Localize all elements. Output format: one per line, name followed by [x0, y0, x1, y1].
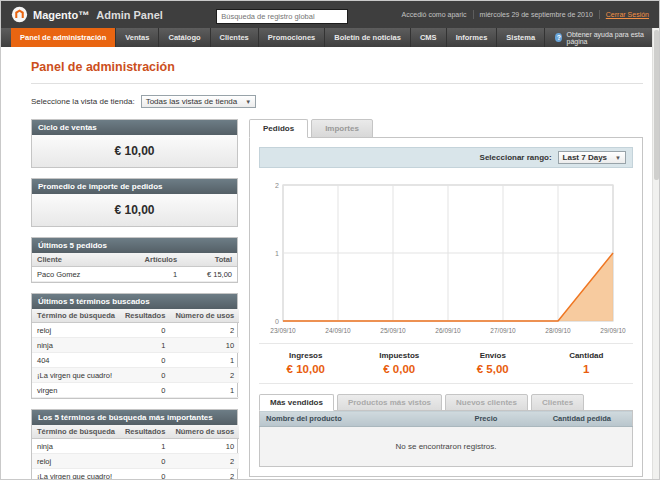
logout-link[interactable]: Cerrar Sesión: [606, 11, 649, 18]
stat-value: € 10,00: [259, 363, 353, 375]
products-grid: Nombre del producto Precio Cantidad pedi…: [259, 410, 633, 467]
column-header: Resultados: [120, 425, 170, 439]
nav-item-ventas[interactable]: Ventas: [116, 28, 159, 47]
tab-nuevos-clientes[interactable]: Nuevos clientes: [445, 394, 528, 411]
top-search-table: Término de búsqueda Resultados Número de…: [32, 425, 239, 480]
orders-area-chart: 01223/09/1024/09/1025/09/1026/09/1027/09…: [259, 177, 637, 337]
table-row[interactable]: ¡La virgen que cuadro! 0 2: [32, 368, 239, 383]
chevron-down-icon: ▼: [615, 155, 621, 161]
store-view-select[interactable]: Todas las vistas de tienda ▼: [141, 95, 257, 108]
cell-uses: 10: [170, 338, 239, 353]
table-row[interactable]: 404 0 1: [32, 353, 239, 368]
cell-term: ¡La virgen que cuadro!: [32, 469, 120, 480]
divider: [473, 10, 474, 19]
table-row[interactable]: Paco Gomez 1 € 15,00: [32, 267, 237, 282]
cell-uses: 2: [170, 469, 239, 480]
column-header: Término de búsqueda: [32, 425, 120, 439]
nav-item-cms[interactable]: CMS: [411, 28, 447, 47]
cell-uses: 1: [170, 353, 239, 368]
column-header: Número de usos: [170, 309, 239, 323]
dashboard-content: Panel de administración Seleccione la vi…: [1, 47, 659, 480]
average-orders-value: € 10,00: [32, 194, 237, 226]
cell-term: reloj: [32, 323, 120, 338]
column-header: Nombre del producto: [260, 411, 469, 427]
brand-name: Magento™: [33, 9, 89, 21]
stat-cantidad: Cantidad 1: [540, 351, 634, 375]
last-search-table: Término de búsqueda Resultados Número de…: [32, 309, 239, 398]
range-label: Seleccionar rango:: [480, 153, 552, 162]
magento-logo-icon: [11, 6, 28, 23]
help-icon: ?: [555, 33, 562, 42]
lifetime-sales-value: € 10,00: [32, 135, 237, 167]
cell-term: ninja: [32, 338, 120, 353]
tab-mas-vendidos[interactable]: Más vendidos: [259, 394, 334, 411]
totals-row: Ingresos € 10,00 Impuestos € 0,00 Envíos…: [259, 343, 633, 384]
cell-results: 1: [120, 338, 170, 353]
tab-importes[interactable]: Importes: [311, 119, 373, 138]
nav-item-promociones[interactable]: Promociones: [259, 28, 326, 47]
cell-results: 0: [120, 368, 170, 383]
main-nav: Panel de administración Ventas Catálogo …: [1, 28, 659, 47]
range-row: Seleccionar rango: Last 7 Days ▼: [259, 147, 633, 168]
average-orders-card: Promedio de importe de pedidos € 10,00: [31, 178, 238, 227]
tab-pedidos[interactable]: Pedidos: [249, 119, 308, 138]
svg-text:27/09/10: 27/09/10: [490, 327, 516, 334]
magento-admin-window: Magento™ Admin Panel Accedió como aparic…: [0, 0, 660, 480]
nav-item-clientes[interactable]: Clientes: [211, 28, 259, 47]
svg-text:28/09/10: 28/09/10: [545, 327, 571, 334]
cell-term: reloj: [32, 454, 120, 469]
top-bar: Magento™ Admin Panel Accedió como aparic…: [1, 1, 659, 28]
cell-uses: 10: [170, 439, 239, 454]
svg-text:29/09/10: 29/09/10: [600, 327, 626, 334]
empty-message: No se encontraron registros.: [260, 427, 633, 467]
nav-item-boletin[interactable]: Boletín de noticias: [325, 28, 411, 47]
nav-item-dashboard[interactable]: Panel de administración: [11, 28, 116, 47]
current-date: miércoles 29 de septiembre de 2010: [480, 11, 593, 18]
svg-text:25/09/10: 25/09/10: [380, 327, 406, 334]
help-link[interactable]: ? Obtener ayuda para esta página: [545, 28, 659, 47]
cell-customer: Paco Gomez: [32, 267, 116, 282]
search-input[interactable]: [216, 9, 348, 24]
table-row[interactable]: ninja 1 10: [32, 439, 239, 454]
stat-label: Cantidad: [540, 351, 634, 360]
vertical-scrollbar[interactable]: [652, 28, 659, 479]
page-title: Panel de administración: [31, 60, 643, 74]
table-row[interactable]: virgen 0 1: [32, 383, 239, 398]
range-select[interactable]: Last 7 Days ▼: [558, 151, 626, 164]
cell-results: 1: [120, 439, 170, 454]
session-info: Accedió como aparic miércoles 29 de sept…: [402, 10, 649, 19]
chevron-down-icon: ▼: [245, 99, 251, 105]
scrollbar-thumb[interactable]: [654, 30, 659, 180]
column-header: Número de usos: [170, 425, 239, 439]
stat-value: € 5,00: [446, 363, 540, 375]
range-value: Last 7 Days: [563, 153, 607, 162]
last-search-card: Últimos 5 términos buscados Término de b…: [31, 293, 238, 399]
nav-item-informes[interactable]: Informes: [447, 28, 498, 47]
table-row[interactable]: reloj 0 2: [32, 323, 239, 338]
tab-productos-mas-vistos[interactable]: Productos más vistos: [337, 394, 442, 411]
dashboard-main-panel: Pedidos Importes Seleccionar rango: Last…: [249, 119, 643, 477]
cell-results: 0: [120, 383, 170, 398]
store-view-label: Seleccione la vista de tienda:: [31, 97, 135, 106]
stat-value: 1: [540, 363, 634, 375]
stat-ingresos: Ingresos € 10,00: [259, 351, 353, 375]
tab-clientes[interactable]: Clientes: [531, 394, 584, 411]
table-row[interactable]: ¡La virgen que cuadro! 0 2: [32, 469, 239, 480]
table-row[interactable]: ninja 1 10: [32, 338, 239, 353]
brand: Magento™ Admin Panel: [11, 6, 163, 23]
cell-term: 404: [32, 353, 120, 368]
top-search-card: Los 5 términos de búsqueda más important…: [31, 409, 238, 480]
divider: [31, 83, 643, 84]
cell-uses: 2: [170, 454, 239, 469]
orders-chart-wrap: 01223/09/1024/09/1025/09/1026/09/1027/09…: [259, 177, 633, 337]
nav-item-catalogo[interactable]: Catálogo: [159, 28, 210, 47]
column-header: Precio: [468, 411, 546, 427]
stat-impuestos: Impuestos € 0,00: [353, 351, 447, 375]
column-header: Cliente: [32, 253, 116, 267]
svg-text:1: 1: [275, 250, 279, 257]
table-row[interactable]: reloj 0 2: [32, 454, 239, 469]
logged-in-as: Accedió como aparic: [402, 11, 467, 18]
nav-item-sistema[interactable]: Sistema: [497, 28, 545, 47]
cell-term: ninja: [32, 439, 120, 454]
product-tabs: Más vendidos Productos más vistos Nuevos…: [259, 394, 633, 411]
